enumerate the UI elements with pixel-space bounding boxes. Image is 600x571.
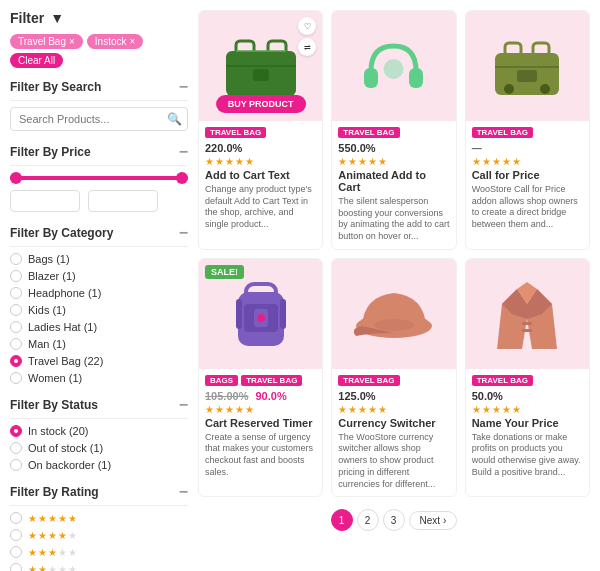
category-item-kids[interactable]: Kids (1) bbox=[10, 304, 188, 316]
status-item-outofstock[interactable]: Out of stock (1) bbox=[10, 442, 188, 454]
product-name-2: Animated Add to Cart bbox=[338, 169, 449, 193]
category-radio-women[interactable] bbox=[10, 372, 22, 384]
category-radio-bags[interactable] bbox=[10, 253, 22, 265]
filter-tags: Travel Bag × Instock × Clear All bbox=[10, 34, 188, 68]
product-desc-2: The silent salesperson boosting your con… bbox=[338, 196, 449, 243]
rating-radio-3[interactable] bbox=[10, 546, 22, 558]
category-radio-kids[interactable] bbox=[10, 304, 22, 316]
category-item-travelbag[interactable]: Travel Bag (22) bbox=[10, 355, 188, 367]
page-2-btn[interactable]: 2 bbox=[357, 509, 379, 531]
page-3-btn[interactable]: 3 bbox=[383, 509, 405, 531]
star3: ★ bbox=[48, 513, 57, 524]
svg-rect-21 bbox=[236, 299, 242, 329]
page-next-btn[interactable]: Next › bbox=[409, 511, 458, 530]
svg-point-14 bbox=[540, 84, 550, 94]
svg-point-15 bbox=[504, 84, 514, 94]
rating-stars-2: ★★★★★ bbox=[28, 564, 77, 572]
product-image-3 bbox=[466, 11, 589, 121]
rating-section-header: Filter By Rating − bbox=[10, 483, 188, 506]
category-item-headphone[interactable]: Headphone (1) bbox=[10, 287, 188, 299]
product-tags-2: TRAVEL BAG bbox=[338, 127, 449, 138]
compare-icon-1[interactable]: ⇌ bbox=[298, 38, 316, 56]
rating-collapse-btn[interactable]: − bbox=[179, 483, 188, 501]
slider-max-thumb[interactable] bbox=[176, 172, 188, 184]
slider-fill bbox=[10, 176, 188, 180]
product-info-6: TRAVEL BAG 50.0% ★★★★★ Name Your Price T… bbox=[466, 369, 589, 485]
svg-rect-4 bbox=[253, 69, 269, 81]
rating-radio-4[interactable] bbox=[10, 529, 22, 541]
price-min-input[interactable]: 0 bbox=[10, 190, 80, 212]
product-tag-2: TRAVEL BAG bbox=[338, 127, 399, 138]
status-radio-backorder[interactable] bbox=[10, 459, 22, 471]
category-radio-blazer[interactable] bbox=[10, 270, 22, 282]
category-item-women[interactable]: Women (1) bbox=[10, 372, 188, 384]
filter-icon: ▼ bbox=[50, 10, 64, 26]
remove-travelbag-tag[interactable]: × bbox=[69, 36, 75, 47]
product-tags-5: TRAVEL BAG bbox=[338, 375, 449, 386]
slider-track bbox=[10, 176, 188, 180]
price-max-input[interactable]: 600 bbox=[88, 190, 158, 212]
product-actions-1: ♡ ⇌ bbox=[298, 17, 316, 56]
product-img-headphones bbox=[356, 31, 431, 101]
rating-item-2[interactable]: ★★★★★ bbox=[10, 563, 188, 571]
status-radio-outofstock[interactable] bbox=[10, 442, 22, 454]
wishlist-icon-1[interactable]: ♡ bbox=[298, 17, 316, 35]
product-tag-travel-4: TRAVEL BAG bbox=[241, 375, 302, 386]
rating-item-5[interactable]: ★★★★★ bbox=[10, 512, 188, 524]
main-content: BUY PRODUCT ♡ ⇌ TRAVEL BAG 220.0% ★★★★★ bbox=[198, 10, 590, 571]
price-slider[interactable] bbox=[10, 176, 188, 180]
filter-tag-instock[interactable]: Instock × bbox=[87, 34, 144, 49]
svg-rect-22 bbox=[280, 299, 286, 329]
status-radio-instock[interactable] bbox=[10, 425, 22, 437]
category-radio-ladiesh[interactable] bbox=[10, 321, 22, 333]
product-image-1: BUY PRODUCT ♡ ⇌ bbox=[199, 11, 322, 121]
rating-radio-5[interactable] bbox=[10, 512, 22, 524]
category-radio-man[interactable] bbox=[10, 338, 22, 350]
product-tag-3: TRAVEL BAG bbox=[472, 127, 533, 138]
rating-item-4[interactable]: ★★★★★ bbox=[10, 529, 188, 541]
category-item-blazer[interactable]: Blazer (1) bbox=[10, 270, 188, 282]
product-image-6 bbox=[466, 259, 589, 369]
sidebar: Filter ▼ Travel Bag × Instock × Clear Al… bbox=[10, 10, 188, 571]
product-desc-3: WooStore Call for Price addon allows sho… bbox=[472, 184, 583, 231]
status-item-instock[interactable]: In stock (20) bbox=[10, 425, 188, 437]
category-radio-travelbag[interactable] bbox=[10, 355, 22, 367]
filter-title: Filter ▼ bbox=[10, 10, 188, 26]
category-item-bags[interactable]: Bags (1) bbox=[10, 253, 188, 265]
status-collapse-btn[interactable]: − bbox=[179, 396, 188, 414]
page-1-btn[interactable]: 1 bbox=[331, 509, 353, 531]
product-stars-1: ★★★★★ bbox=[205, 156, 316, 167]
filter-category-section: Filter By Category − Bags (1) Blazer (1)… bbox=[10, 224, 188, 384]
product-card-5: TRAVEL BAG 125.0% ★★★★★ Currency Switche… bbox=[331, 258, 456, 497]
clear-all-button[interactable]: Clear All bbox=[10, 53, 63, 68]
category-list: Bags (1) Blazer (1) Headphone (1) Kids (… bbox=[10, 253, 188, 384]
product-img-blazer bbox=[492, 274, 562, 354]
svg-point-20 bbox=[257, 314, 265, 322]
product-info-3: TRAVEL BAG — ★★★★★ Call for Price WooSto… bbox=[466, 121, 589, 237]
category-item-man[interactable]: Man (1) bbox=[10, 338, 188, 350]
rating-radio-2[interactable] bbox=[10, 563, 22, 571]
product-image-2 bbox=[332, 11, 455, 121]
product-tags-6: TRAVEL BAG bbox=[472, 375, 583, 386]
category-collapse-btn[interactable]: − bbox=[179, 224, 188, 242]
rating-item-3[interactable]: ★★★★★ bbox=[10, 546, 188, 558]
svg-point-8 bbox=[384, 59, 404, 79]
product-tag-1: TRAVEL BAG bbox=[205, 127, 266, 138]
search-collapse-btn[interactable]: − bbox=[179, 78, 188, 96]
search-input[interactable] bbox=[10, 107, 188, 131]
category-radio-headphone[interactable] bbox=[10, 287, 22, 299]
remove-instock-tag[interactable]: × bbox=[130, 36, 136, 47]
price-inputs: 0 600 bbox=[10, 190, 188, 212]
buy-product-btn-1[interactable]: BUY PRODUCT bbox=[216, 95, 306, 113]
product-info-5: TRAVEL BAG 125.0% ★★★★★ Currency Switche… bbox=[332, 369, 455, 496]
product-tags-4: BAGS TRAVEL BAG bbox=[205, 375, 316, 386]
product-image-4: SALE! bbox=[199, 259, 322, 369]
filter-status-section: Filter By Status − In stock (20) Out of … bbox=[10, 396, 188, 471]
search-box: 🔍 bbox=[10, 107, 188, 131]
filter-tag-travelbag[interactable]: Travel Bag × bbox=[10, 34, 83, 49]
product-tag-5: TRAVEL BAG bbox=[338, 375, 399, 386]
slider-min-thumb[interactable] bbox=[10, 172, 22, 184]
price-collapse-btn[interactable]: − bbox=[179, 143, 188, 161]
category-item-ladiesh[interactable]: Ladies Hat (1) bbox=[10, 321, 188, 333]
status-item-backorder[interactable]: On backorder (1) bbox=[10, 459, 188, 471]
